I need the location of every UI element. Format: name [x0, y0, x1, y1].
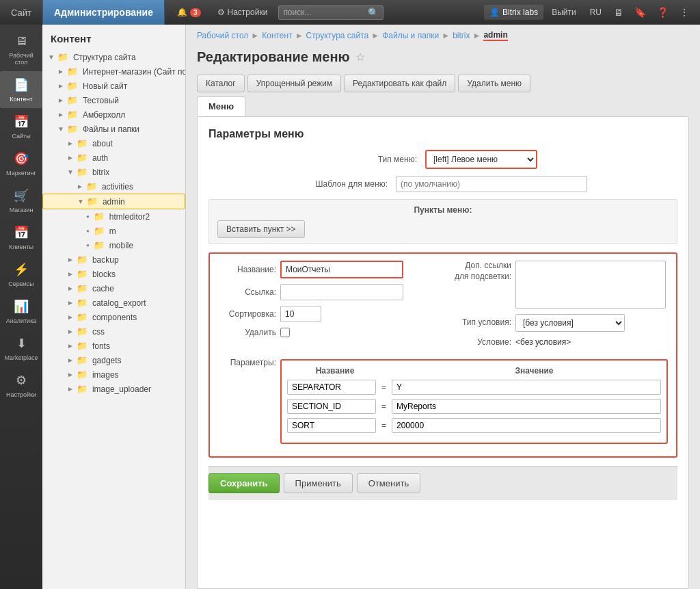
- tree-item[interactable]: ●📁mobile: [42, 238, 185, 252]
- tree-item[interactable]: ●📁htmleditor2: [42, 209, 185, 224]
- delete-menu-button[interactable]: Удалить меню: [458, 75, 530, 92]
- cond-type-label: Тип условия:: [450, 317, 511, 328]
- monitor-icon[interactable]: 🖥: [610, 4, 628, 21]
- menu-type-select[interactable]: [left] Левое меню [right] Правое меню [t…: [427, 151, 536, 168]
- sidebar-item-settings[interactable]: ⚙ Настройки: [0, 367, 42, 404]
- tree-item[interactable]: ●📁m: [42, 224, 185, 238]
- link-input[interactable]: [280, 284, 403, 300]
- tree-item[interactable]: ►📁backup: [42, 252, 185, 267]
- folder-icon: 📁: [67, 81, 78, 91]
- insert-point-button[interactable]: Вставить пункт >>: [217, 220, 305, 238]
- param-eq-2: =: [381, 402, 386, 411]
- tree-item-label: m: [109, 226, 116, 236]
- analytics-label: Аналитика: [6, 317, 37, 324]
- breadcrumb-desktop[interactable]: Рабочий стол: [197, 31, 248, 40]
- tab-menu[interactable]: Меню: [197, 96, 245, 116]
- tree-item[interactable]: ►📁css: [42, 324, 185, 339]
- tree-arrow-icon: ▼: [67, 168, 74, 176]
- tree-item[interactable]: ▼📁Структура сайта: [42, 50, 185, 64]
- save-button[interactable]: Сохранить: [208, 473, 280, 493]
- sidebar-item-services[interactable]: ⚡ Сервисы: [0, 256, 42, 293]
- breadcrumb-content[interactable]: Контент: [262, 31, 292, 40]
- settings-nav-btn[interactable]: ⚙ Настройки: [212, 5, 273, 20]
- sidebar-item-desktop[interactable]: 🖥 Рабочийстол: [0, 27, 42, 71]
- apply-button[interactable]: Применить: [284, 473, 353, 493]
- tree-item[interactable]: ►📁activities: [42, 179, 185, 194]
- tree-item[interactable]: ▼📁admin: [42, 194, 185, 209]
- sort-input[interactable]: [280, 306, 321, 322]
- param-key-sort[interactable]: [287, 418, 376, 433]
- param-key-section-id[interactable]: [287, 399, 376, 414]
- sidebar-item-analytics[interactable]: 📊 Аналитика: [0, 293, 42, 330]
- catalog-button[interactable]: Каталог: [197, 75, 245, 92]
- tree-item[interactable]: ▼📁bitrix: [42, 165, 185, 179]
- delete-checkbox[interactable]: [280, 328, 290, 337]
- tree-item[interactable]: ►📁auth: [42, 150, 185, 165]
- tree-item[interactable]: ►📁Новый сайт: [42, 79, 185, 93]
- tree-item[interactable]: ►📁Тестовый: [42, 93, 185, 107]
- logout-label: Выйти: [552, 8, 576, 17]
- param-val-sort[interactable]: [392, 418, 661, 433]
- tree-item[interactable]: ►📁about: [42, 136, 185, 150]
- tree-item-label: admin: [103, 197, 125, 207]
- add-links-textarea[interactable]: [515, 261, 666, 309]
- cancel-button[interactable]: Отменить: [357, 473, 420, 493]
- favorite-star-icon[interactable]: ☆: [355, 51, 365, 64]
- tree-item[interactable]: ►📁gadgets: [42, 353, 185, 367]
- sidebar-item-clients[interactable]: 📅 Клиенты: [0, 219, 42, 256]
- analytics-icon: 📊: [13, 298, 29, 315]
- param-key-separator[interactable]: [287, 380, 376, 395]
- page-title: Редактирование меню: [197, 49, 350, 65]
- user-btn[interactable]: 👤 Bitrix labs: [484, 5, 543, 20]
- sidebar-item-content[interactable]: 📄 Контент: [0, 71, 42, 108]
- simple-mode-button[interactable]: Упрощенный режим: [247, 75, 341, 92]
- name-input[interactable]: [280, 261, 403, 278]
- param-val-section-id[interactable]: [392, 399, 661, 414]
- menu-template-input[interactable]: [396, 176, 587, 192]
- tree-item-label: Структура сайта: [73, 53, 136, 62]
- notifications-btn[interactable]: 🔔 3: [172, 5, 206, 20]
- admin-tab[interactable]: Администрирование: [43, 0, 165, 25]
- bookmark-icon[interactable]: 🔖: [630, 4, 650, 21]
- add-links-label: Доп. ссылки для подсветки:: [450, 261, 511, 282]
- tree-item[interactable]: ▼📁Файлы и папки: [42, 122, 185, 136]
- site-tab[interactable]: Сайт: [0, 0, 43, 25]
- tree-arrow-icon: ►: [67, 328, 74, 335]
- tree-item[interactable]: ►📁blocks: [42, 267, 185, 281]
- tree-item[interactable]: ►📁catalog_export: [42, 296, 185, 310]
- params-col-name: Название: [287, 366, 383, 376]
- sidebar-item-marketing[interactable]: 🎯 Маркетинг: [0, 145, 42, 182]
- more-icon[interactable]: ⋮: [675, 4, 693, 21]
- param-val-separator[interactable]: [392, 380, 661, 395]
- item-form-cols: Название: Ссылка: Сортировка:: [218, 261, 668, 352]
- breadcrumb-bitrix[interactable]: bitrix: [453, 31, 470, 40]
- cond-type-select[interactable]: [без условия] По URL По компоненту: [515, 314, 625, 332]
- tree-item[interactable]: ►📁components: [42, 310, 185, 324]
- sidebar-item-sites[interactable]: 📅 Сайты: [0, 108, 42, 145]
- breadcrumb-files[interactable]: Файлы и папки: [382, 31, 439, 40]
- tree-item[interactable]: ►📁cache: [42, 281, 185, 296]
- link-row: Ссылка:: [218, 284, 436, 300]
- search-input[interactable]: [283, 8, 365, 17]
- folder-icon: 📁: [77, 326, 88, 337]
- tree-item[interactable]: ►📁image_uploader: [42, 382, 185, 396]
- lang-btn[interactable]: RU: [584, 5, 607, 20]
- folder-icon: 📁: [86, 181, 97, 192]
- help-icon[interactable]: ❓: [653, 4, 673, 21]
- edit-as-file-button[interactable]: Редактировать как файл: [344, 75, 455, 92]
- tree-item[interactable]: ►📁images: [42, 367, 185, 382]
- logout-btn[interactable]: Выйти: [546, 5, 582, 20]
- tree-item-label: blocks: [92, 270, 116, 279]
- top-nav: Сайт Администрирование 🔔 3 ⚙ Настройки 🔍…: [0, 0, 700, 25]
- sidebar-item-shop[interactable]: 🛒 Магазин: [0, 182, 42, 219]
- folder-icon: 📁: [67, 95, 78, 105]
- tree-item[interactable]: ►📁Интернет-магазин (Сайт по у: [42, 64, 185, 79]
- name-label: Название:: [218, 265, 276, 274]
- folder-icon: 📁: [67, 109, 78, 120]
- sidebar-item-marketplace[interactable]: ⬇ Marketplace: [0, 330, 42, 367]
- search-icon[interactable]: 🔍: [368, 8, 379, 18]
- right-col: Доп. ссылки для подсветки: Тип условия: …: [450, 261, 668, 352]
- breadcrumb-structure[interactable]: Структура сайта: [306, 31, 369, 40]
- tree-item[interactable]: ►📁fonts: [42, 339, 185, 353]
- tree-item[interactable]: ►📁Амберхолл: [42, 107, 185, 122]
